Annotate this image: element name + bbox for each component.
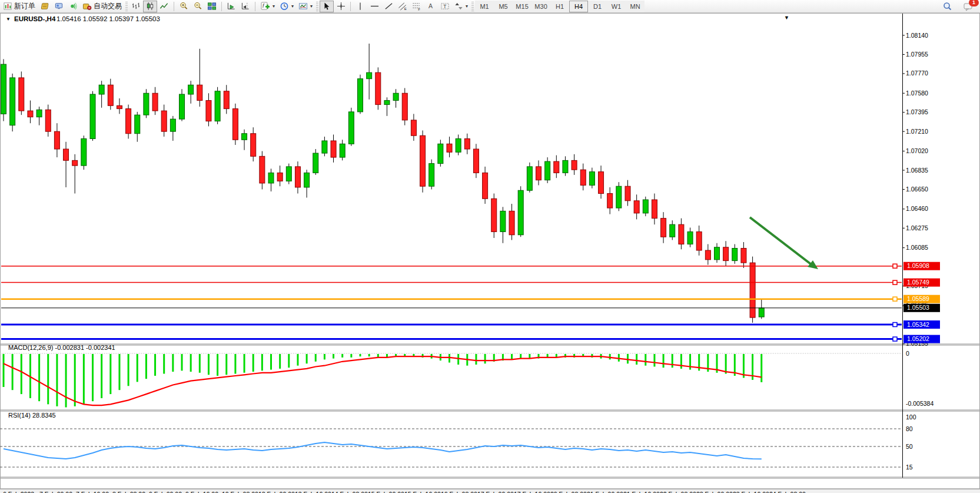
line-handle[interactable] (893, 297, 897, 301)
candle-body (696, 231, 702, 250)
candle-body (10, 78, 15, 125)
candle-body (447, 144, 452, 152)
new-order-button[interactable]: 新订单 (1, 1, 38, 12)
crosshair-button[interactable] (334, 1, 348, 12)
date-label: 7 Feb 00:00 (39, 491, 72, 493)
zoom-in-button[interactable] (177, 1, 191, 12)
candle-body (580, 170, 586, 185)
candle-body (268, 173, 274, 183)
line-handle[interactable] (893, 264, 897, 268)
vertical-line-button[interactable] (353, 1, 367, 12)
auto-scroll-button[interactable] (224, 1, 238, 12)
timeframe-m1-button[interactable]: M1 (475, 1, 494, 12)
date-label: 23 Feb 16:00 (733, 491, 769, 493)
text-button[interactable]: A (424, 1, 438, 12)
templates-button[interactable]: ▾ (296, 1, 315, 12)
chevron-down-icon: ▾ (466, 4, 468, 9)
chevron-down-icon: ▾ (310, 4, 313, 9)
search-button[interactable] (940, 1, 955, 12)
candle-body (367, 72, 372, 79)
candle-body (188, 85, 194, 94)
insert-group: f ▾ ▾ ▾ (258, 0, 315, 13)
date-label: 7 Feb 16:00 (76, 491, 109, 493)
zoom-out-button[interactable] (191, 1, 205, 12)
timeframe-m5-button[interactable]: M5 (494, 1, 513, 12)
tile-windows-icon (207, 2, 217, 11)
candle-body (750, 263, 755, 317)
trendline-button[interactable] (381, 1, 396, 12)
chart-shift-button[interactable] (238, 1, 253, 12)
bar-chart-button[interactable] (129, 1, 143, 12)
arrows-icon (454, 2, 463, 11)
indicators-button[interactable]: f ▾ (258, 1, 277, 12)
toolbar-separator (174, 2, 174, 11)
timeframe-d1-button[interactable]: D1 (588, 1, 607, 12)
candle-body (518, 190, 523, 234)
pointer-group (320, 0, 348, 13)
market-watch-book-icon (40, 2, 49, 11)
price-tick-label: 1.06275 (906, 224, 928, 231)
macd-label: MACD(12,26,9) -0.002831 -0.002341 (8, 344, 115, 351)
periods-button[interactable]: ▾ (277, 1, 296, 12)
candle-body (304, 173, 310, 187)
candle-body (545, 161, 550, 180)
candle-body (180, 94, 185, 119)
signals-button[interactable] (66, 1, 80, 12)
search-icon (942, 2, 952, 11)
timeframe-m15-button[interactable]: M15 (513, 1, 531, 12)
text-label-button[interactable]: T (438, 1, 452, 12)
timeframe-mn-button[interactable]: MN (626, 1, 645, 12)
navigator-button[interactable] (52, 1, 66, 12)
candle-body (161, 111, 167, 131)
candlestick-button[interactable] (143, 1, 157, 12)
chart-shift-icon (241, 2, 250, 11)
date-label: 14 Feb 08:00 (331, 491, 368, 493)
timeframe-h4-button[interactable]: H4 (569, 1, 588, 12)
price-tick-label: 1.07395 (906, 108, 928, 115)
candle-body (206, 101, 211, 121)
market-watch-button[interactable] (38, 1, 52, 12)
candle-body (286, 167, 291, 181)
candle-body (376, 72, 381, 104)
cursor-icon (323, 2, 331, 11)
date-label: 22 Feb 08:00 (660, 491, 696, 493)
autotrading-button[interactable]: 自动交易 (80, 1, 124, 12)
timeframe-w1-button[interactable]: W1 (607, 1, 626, 12)
price-chip-label: 1.05589 (907, 295, 929, 302)
line-handle[interactable] (893, 337, 897, 341)
fibonacci-button[interactable]: F (410, 1, 424, 12)
chart-menu-arrow: ▼ (784, 15, 789, 21)
candle-body (340, 144, 345, 157)
svg-text:A: A (428, 2, 433, 9)
candle-body (135, 115, 140, 134)
equidistant-channel-button[interactable]: E (396, 1, 410, 12)
line-chart-button[interactable] (157, 1, 171, 12)
objects-group: E F A T ▾ (353, 0, 470, 13)
notifications-button[interactable]: 1 (961, 1, 975, 12)
candle-body (607, 194, 613, 209)
price-tick-label: 1.06085 (906, 244, 928, 251)
chevron-down-icon: ▾ (273, 4, 275, 9)
indicators-icon: f (260, 2, 270, 11)
timeframe-h1-button[interactable]: H1 (550, 1, 569, 12)
new-order-label: 新订单 (14, 1, 35, 11)
line-handle[interactable] (893, 323, 897, 327)
line-handle[interactable] (893, 280, 897, 284)
cursor-button[interactable] (320, 1, 334, 12)
candle-body (723, 247, 729, 261)
price-tick-label: 1.06650 (906, 186, 928, 193)
trendline-icon (384, 2, 393, 11)
horizontal-line-button[interactable] (367, 1, 381, 12)
zoom-out-icon (193, 2, 202, 11)
toolbar-grip (471, 2, 474, 11)
candle-body (491, 198, 497, 231)
candle-body (715, 247, 720, 260)
tile-windows-button[interactable] (205, 1, 219, 12)
date-label: 21 Feb 00:00 (587, 491, 623, 493)
arrows-button[interactable]: ▾ (452, 1, 470, 12)
candle-body (589, 172, 594, 186)
chart-area[interactable]: 1.081401.079551.077701.075801.073951.072… (0, 13, 980, 493)
candle-body (260, 156, 265, 183)
candle-body (358, 79, 363, 112)
timeframe-m30-button[interactable]: M30 (531, 1, 550, 12)
